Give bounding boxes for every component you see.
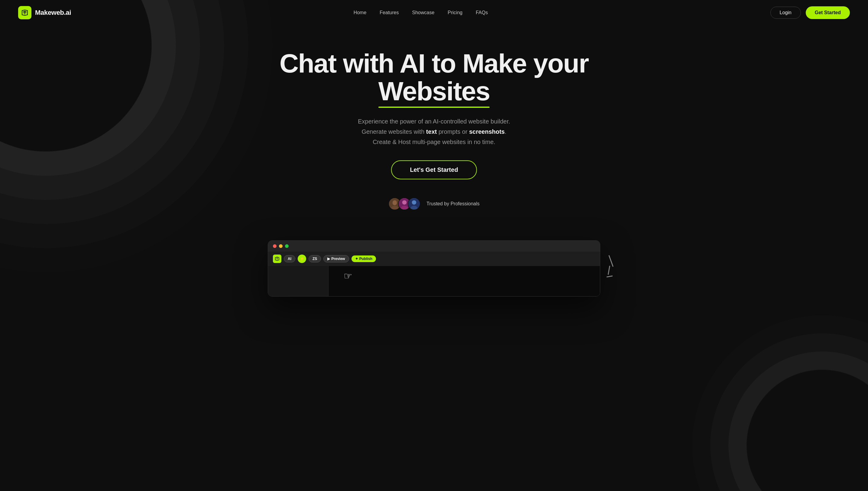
logo-text: Makeweb.ai xyxy=(35,9,71,17)
nav-features[interactable]: Features xyxy=(380,10,399,16)
trust-area: Trusted by Professionals xyxy=(388,198,479,210)
hero-title: Chat with AI to Make your Websites xyxy=(279,50,589,106)
hero-cta-button[interactable]: Let's Get Started xyxy=(391,160,477,179)
hero-screenshots-bold: screenshots xyxy=(469,128,505,135)
nav-showcase[interactable]: Showcase xyxy=(412,10,434,16)
avatar-3 xyxy=(408,198,421,210)
cursor-hand-icon xyxy=(344,270,352,282)
toolbar-lightning-button[interactable]: ⚡ xyxy=(298,255,306,263)
browser-main xyxy=(328,266,600,296)
window-maximize-dot[interactable] xyxy=(285,244,289,248)
window-close-dot[interactable] xyxy=(273,244,276,248)
logo-icon xyxy=(18,6,31,19)
hero-subtitle: Experience the power of an AI-controlled… xyxy=(358,116,510,147)
trust-text: Trusted by Professionals xyxy=(427,201,479,206)
nav-faqs[interactable]: FAQs xyxy=(476,10,488,16)
svg-point-8 xyxy=(412,200,416,204)
browser-window: AI ⚡ ZS ▶ Preview ✦ Publish xyxy=(268,240,600,296)
toolbar-publish-button[interactable]: ✦ Publish xyxy=(352,256,376,262)
logo-link[interactable]: Makeweb.ai xyxy=(18,6,71,19)
hero-section: Chat with AI to Make your Websites Exper… xyxy=(0,25,868,240)
login-button[interactable]: Login xyxy=(770,7,801,19)
browser-content xyxy=(268,266,600,296)
toolbar-ai-button[interactable]: AI xyxy=(284,255,295,262)
hero-title-part2: Websites xyxy=(378,77,490,105)
nav-home[interactable]: Home xyxy=(354,10,367,16)
get-started-header-button[interactable]: Get Started xyxy=(806,6,850,19)
cursor-decoration xyxy=(603,255,614,277)
browser-toolbar: AI ⚡ ZS ▶ Preview ✦ Publish xyxy=(268,252,600,266)
hero-subtitle-line1: Experience the power of an AI-controlled… xyxy=(358,118,510,125)
window-minimize-dot[interactable] xyxy=(279,244,282,248)
main-nav: Home Features Showcase Pricing FAQs xyxy=(354,10,488,16)
header-actions: Login Get Started xyxy=(770,6,850,19)
toolbar-zs-button[interactable]: ZS xyxy=(308,255,321,262)
browser-topbar xyxy=(268,241,600,252)
toolbar-preview-button[interactable]: ▶ Preview xyxy=(323,255,349,262)
svg-point-2 xyxy=(392,200,397,205)
hero-text-bold: text xyxy=(426,128,437,135)
header: Makeweb.ai Home Features Showcase Pricin… xyxy=(0,0,868,25)
hero-subtitle-line3: Create & Host multi-page websites in no … xyxy=(373,139,495,145)
toolbar-logo xyxy=(273,255,281,263)
avatars-group xyxy=(388,198,417,210)
hero-subtitle-line2: Generate websites with text prompts or s… xyxy=(361,128,506,135)
nav-pricing[interactable]: Pricing xyxy=(447,10,462,16)
svg-point-5 xyxy=(402,200,407,204)
hero-title-part1: Chat with AI to Make your xyxy=(279,48,589,78)
browser-sidebar xyxy=(268,266,328,296)
